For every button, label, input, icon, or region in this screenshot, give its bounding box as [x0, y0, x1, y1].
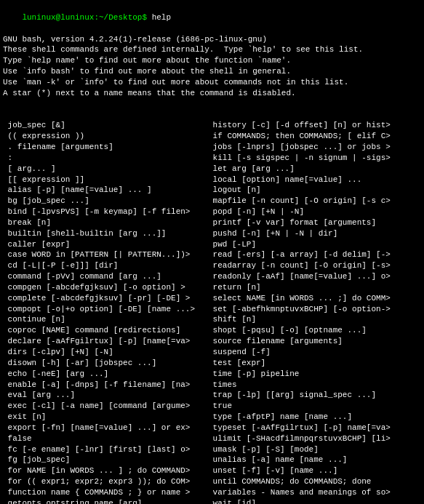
right-col-line: unset [-f] [-v] [name ...]: [208, 465, 421, 476]
terminal-content: luninux@luninux:~/Desktop$ help GNU bash…: [0, 0, 424, 504]
left-col-line: disown [-h] [-ar] [jobspec ...]: [3, 358, 208, 369]
left-col-line: caller [expr]: [3, 239, 208, 250]
left-col-line: :: [3, 153, 208, 164]
command-text: help: [152, 13, 171, 22]
right-col-line: wait [id]: [208, 498, 421, 504]
left-col-line: export [-fn] [name[=value] ...] or ex>: [3, 423, 208, 433]
right-col-line: set [-abefhkmnptuvxBCHP] [-o option->: [208, 304, 421, 315]
left-col-line: bind [-lpvsPVS] [-m keymap] [-f filen>: [3, 207, 208, 217]
right-col-line: source filename [arguments]: [208, 336, 421, 347]
left-col-line: enable [-a] [-dnps] [-f filename] [na>: [3, 380, 208, 391]
right-col-line: suspend [-f]: [208, 347, 421, 358]
left-col-line: fg [job_spec]: [3, 455, 208, 465]
left-col-line: (( expression )): [3, 131, 208, 142]
right-col-line: return [n]: [208, 282, 421, 293]
left-col-line: function name { COMMANDS ; } or name >: [3, 487, 208, 498]
right-col-line: shopt [-pqsu] [-o] [optname ...]: [208, 325, 421, 336]
right-col-line: ulimit [-SHacdfilmnpqrstuvxBCHP] [li>: [208, 433, 421, 444]
left-col-line: dirs [-clpv] [+N] [-N]: [3, 347, 208, 358]
right-col-line: times: [208, 380, 421, 391]
left-col-line: declare [-aAfFgilrtux] [-p] [name[=va>: [3, 336, 208, 347]
right-col-line: umask [-p] [-S] [mode]: [208, 444, 421, 455]
right-col-line: unalias [-a] name [name ...]: [208, 455, 421, 465]
right-col-line: read [-ers] [-a array] [-d delim] [->: [208, 249, 421, 260]
right-col-line: select NAME [in WORDS ... ;] do COMM>: [208, 293, 421, 304]
left-col-line: cd [-L|[-P [-e]]] [dir]: [3, 260, 208, 271]
right-col-line: shift [n]: [208, 314, 421, 325]
right-col-line: trap [-lp] [[arg] signal_spec ...]: [208, 390, 421, 401]
right-col-line: pwd [-LP]: [208, 239, 421, 250]
right-col-line: mapfile [-n count] [-O origin] [-s c>: [208, 196, 421, 207]
right-col-line: popd [-n] [+N | -N]: [208, 207, 421, 217]
right-col-line: logout [n]: [208, 185, 421, 196]
header-line: A star (*) next to a name means that the…: [3, 88, 421, 99]
left-col-line: command [-pVv] command [arg ...]: [3, 271, 208, 282]
left-col-line: job_spec [&]: [3, 120, 208, 131]
left-col-line: [ arg... ]: [3, 164, 208, 175]
left-col-line: exec [-cl] [-a name] [command [argume>: [3, 401, 208, 412]
right-col-line: printf [-v var] format [arguments]: [208, 217, 421, 228]
left-col-line: compopt [-o|+o option] [-DE] [name ...>: [3, 304, 208, 315]
left-col-line: bg [job_spec ...]: [3, 196, 208, 207]
right-col-line: jobs [-lnprs] [jobspec ...] or jobs >: [208, 142, 421, 153]
left-col-line: for (( expr1; expr2; expr3 )); do COM>: [3, 476, 208, 487]
right-col-line: readonly [-aAf] [name[=value] ...] o>: [208, 271, 421, 282]
left-col-line: case WORD in [PATTERN [| PATTERN...])>: [3, 249, 208, 260]
header-line: These shell commands are defined interna…: [3, 44, 421, 55]
left-col-line: echo [-neE] [arg ...]: [3, 369, 208, 380]
right-col-line: variables - Names and meanings of so>: [208, 487, 421, 498]
left-col-line: break [n]: [3, 217, 208, 228]
right-col-line: let arg [arg ...]: [208, 164, 421, 175]
right-col-line: history [-c] [-d offset] [n] or hist>: [208, 120, 421, 131]
right-col-line: local [option] name[=value] ...: [208, 175, 421, 185]
left-col-line: exit [n]: [3, 412, 208, 423]
left-col-line: alias [-p] [name[=value] ... ]: [3, 185, 208, 196]
header-line: Use `man -k' or `info' to find out more …: [3, 77, 421, 88]
header-line: Use `info bash' to find out more about t…: [3, 66, 421, 77]
left-col-line: false: [3, 433, 208, 444]
header-line: GNU bash, version 4.2.24(1)-release (i68…: [3, 34, 421, 45]
left-col-line: continue [n]: [3, 314, 208, 325]
header-section: GNU bash, version 4.2.24(1)-release (i68…: [3, 34, 421, 99]
prompt-user: luninux@luninux:~/Desktop$: [22, 13, 151, 22]
right-col-line: readarray [-n count] [-O origin] [-s>: [208, 260, 421, 271]
left-col-line: complete [-abcdefgjksuv] [-pr] [-DE] >: [3, 293, 208, 304]
right-col-line: type [-afptP] name [name ...]: [208, 412, 421, 423]
left-col-line: eval [arg ...]: [3, 390, 208, 401]
left-col-line: fc [-e ename] [-lnr] [first] [last] o>: [3, 444, 208, 455]
right-col-line: typeset [-aAfFgilrtux] [-p] name[=va>: [208, 423, 421, 433]
terminal-window: luninux@luninux:~/Desktop$ help GNU bash…: [0, 0, 424, 504]
right-col-line: pushd [-n] [+N | -N | dir]: [208, 228, 421, 239]
left-col-line: getopts optstring name [arg]: [3, 498, 208, 504]
left-col-line: [[ expression ]]: [3, 175, 208, 185]
command-columns: job_spec [&] (( expression )) . filename…: [3, 120, 421, 504]
right-col-line: until COMMANDS; do COMMANDS; done: [208, 476, 421, 487]
header-line: Type `help name' to find out more about …: [3, 55, 421, 66]
right-col-line: kill [-s sigspec | -n signum | -sigs>: [208, 153, 421, 164]
left-column: job_spec [&] (( expression )) . filename…: [3, 120, 208, 504]
right-col-line: true: [208, 401, 421, 412]
prompt-line-top: luninux@luninux:~/Desktop$ help: [22, 13, 171, 22]
left-col-line: . filename [arguments]: [3, 142, 208, 153]
right-col-line: test [expr]: [208, 358, 421, 369]
right-column: history [-c] [-d offset] [n] or hist> if…: [208, 120, 421, 504]
left-col-line: for NAME [in WORDS ... ] ; do COMMAND>: [3, 465, 208, 476]
left-col-line: coproc [NAME] command [redirections]: [3, 325, 208, 336]
left-col-line: builtin [shell-builtin [arg ...]]: [3, 228, 208, 239]
left-col-line: compgen [-abcdefgjksuv] [-o option] >: [3, 282, 208, 293]
right-col-line: time [-p] pipeline: [208, 369, 421, 380]
right-col-line: if COMMANDS; then COMMANDS; [ elif C>: [208, 131, 421, 142]
